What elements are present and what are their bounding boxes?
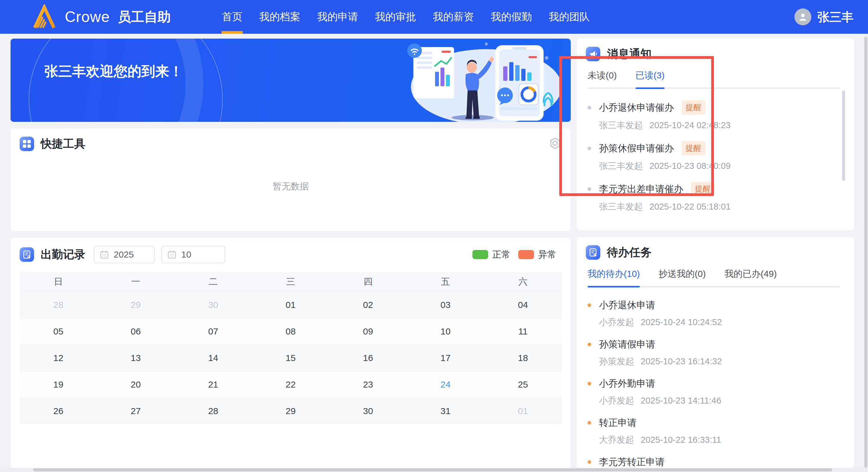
legend-normal: 正常 (472, 248, 510, 261)
tab-cc-me[interactable]: 抄送我的(0) (658, 268, 706, 288)
calendar-day[interactable]: 29 (97, 292, 175, 318)
calendar-day[interactable]: 03 (407, 292, 484, 318)
gear-icon[interactable] (549, 137, 562, 151)
vertical-scrollbar[interactable] (864, 34, 868, 472)
crowe-logo-icon (32, 4, 57, 30)
tab-read[interactable]: 已读(3) (636, 69, 665, 89)
megaphone-icon (586, 47, 600, 61)
panel-scrollbar[interactable] (842, 90, 845, 181)
calendar-day[interactable]: 31 (407, 398, 484, 424)
attendance-doc-icon (20, 247, 34, 262)
nav-item-home[interactable]: 首页 (222, 0, 242, 34)
calendar-day[interactable]: 02 (329, 292, 407, 318)
calendar-day[interactable]: 07 (175, 318, 252, 345)
weekday: 一 (97, 272, 175, 292)
calendar-day[interactable]: 01 (484, 398, 562, 424)
calendar-day[interactable]: 04 (484, 292, 562, 318)
nav-item-my-team[interactable]: 我的团队 (549, 0, 590, 34)
calendar-day[interactable]: 09 (329, 318, 407, 345)
todo-item[interactable]: 转正申请 大乔发起2025-10-22 16:33:11 (588, 416, 840, 446)
calendar-day[interactable]: 17 (407, 345, 484, 371)
todo-item[interactable]: 小乔外勤申请 小乔发起2025-10-23 14:11:46 (588, 377, 840, 407)
nav-item-my-files[interactable]: 我的档案 (259, 0, 300, 34)
brand[interactable]: Crowe 员工自助 (32, 0, 170, 34)
calendar-week: 26 27 28 29 30 31 01 (20, 398, 562, 424)
bullet-dot (588, 147, 591, 150)
brand-product: 员工自助 (118, 8, 170, 26)
messages-tabs: 未读(0) 已读(3) (588, 69, 840, 89)
normal-swatch (472, 250, 488, 259)
todo-item[interactable]: 小乔退休申请 小乔发起2025-10-24 10:24:52 (588, 299, 840, 328)
messages-card: 消息通知 未读(0) 已读(3) 小乔退休申请催办 提醒 张三丰发起2025-1… (577, 39, 854, 230)
message-item[interactable]: 李元芳出差申请催办 提醒 张三丰发起2025-10-22 05:18:01 (588, 182, 840, 213)
grid-icon (20, 137, 34, 151)
calendar-day[interactable]: 22 (252, 371, 330, 398)
calendar-day[interactable]: 01 (252, 292, 330, 318)
top-navbar: Crowe 员工自助 首页 我的档案 我的申请 我的审批 我的薪资 我的假勤 我… (0, 0, 868, 34)
year-picker[interactable]: 2025 (94, 246, 155, 263)
calendar-week: 28 29 30 01 02 03 04 (20, 292, 562, 318)
user-name: 张三丰 (817, 9, 854, 25)
calendar-day[interactable]: 28 (20, 292, 97, 318)
nav-menu: 首页 我的档案 我的申请 我的审批 我的薪资 我的假勤 我的团队 (222, 0, 590, 34)
tab-unread[interactable]: 未读(0) (588, 69, 617, 89)
user-menu[interactable]: 张三丰 (795, 0, 854, 34)
message-item[interactable]: 孙策休假申请催办 提醒 张三丰发起2025-10-23 08:40:09 (588, 141, 840, 172)
nav-item-my-approvals[interactable]: 我的审批 (375, 0, 416, 34)
nav-item-my-attendance[interactable]: 我的假勤 (491, 0, 532, 34)
calendar-day[interactable]: 14 (175, 345, 252, 371)
calendar-day[interactable]: 16 (329, 345, 407, 371)
calendar-day[interactable]: 12 (20, 345, 97, 371)
bullet-dot (588, 421, 591, 425)
calendar-day[interactable]: 30 (329, 398, 407, 424)
attendance-card: 出勤记录 2025 10 (10, 238, 571, 468)
attendance-title: 出勤记录 (41, 247, 85, 262)
calendar-day[interactable]: 20 (97, 371, 175, 398)
message-item[interactable]: 小乔退休申请催办 提醒 张三丰发起2025-10-24 02:48:23 (588, 100, 840, 131)
calendar-day[interactable]: 08 (252, 318, 330, 345)
weekday: 二 (175, 272, 252, 292)
todo-item[interactable]: 孙策请假申请 孙策发起2025-10-23 16:14:32 (588, 338, 840, 367)
welcome-title: 张三丰欢迎您的到来！ (44, 62, 183, 81)
calendar-day[interactable]: 19 (20, 371, 97, 398)
bullet-dot (588, 382, 591, 385)
todos-tabs: 我的待办(10) 抄送我的(0) 我的已办(49) (588, 268, 840, 288)
horizontal-scrollbar-thumb[interactable] (33, 468, 832, 471)
bullet-dot (588, 460, 591, 464)
nav-item-my-salary[interactable]: 我的薪资 (433, 0, 474, 34)
calendar-day[interactable]: 13 (97, 345, 175, 371)
bullet-dot (588, 106, 591, 110)
weekday: 五 (407, 272, 484, 292)
calendar-day[interactable]: 25 (484, 371, 562, 398)
reminder-badge: 提醒 (682, 141, 705, 155)
bullet-dot (588, 187, 591, 191)
tab-my-pending[interactable]: 我的待办(10) (588, 268, 640, 288)
weekday: 三 (252, 272, 330, 292)
vertical-scrollbar-thumb[interactable] (864, 37, 867, 468)
calendar-day[interactable]: 11 (484, 318, 562, 345)
calendar-day-today[interactable]: 24 (407, 371, 484, 398)
tab-my-done[interactable]: 我的已办(49) (724, 268, 777, 288)
abnormal-swatch (518, 250, 534, 259)
weekday-row: 日 一 二 三 四 五 六 (20, 272, 562, 292)
calendar-day[interactable]: 27 (97, 398, 175, 424)
weekday: 六 (484, 272, 562, 292)
horizontal-scrollbar[interactable] (0, 468, 864, 472)
month-picker[interactable]: 10 (161, 246, 225, 263)
calendar-day[interactable]: 05 (20, 318, 97, 345)
bullet-dot (588, 303, 591, 307)
calendar-day[interactable]: 21 (175, 371, 252, 398)
attendance-calendar: 日 一 二 三 四 五 六 28 29 30 01 02 (20, 272, 562, 424)
calendar-day[interactable]: 15 (252, 345, 330, 371)
calendar-day[interactable]: 30 (175, 292, 252, 318)
attendance-header: 出勤记录 2025 10 (10, 238, 571, 263)
calendar-day[interactable]: 23 (329, 371, 407, 398)
nav-item-my-applications[interactable]: 我的申请 (317, 0, 358, 34)
calendar-day[interactable]: 29 (252, 398, 330, 424)
legend-abnormal: 异常 (518, 248, 556, 261)
calendar-day[interactable]: 10 (407, 318, 484, 345)
calendar-day[interactable]: 26 (20, 398, 97, 424)
calendar-day[interactable]: 28 (175, 398, 252, 424)
calendar-day[interactable]: 06 (97, 318, 175, 345)
calendar-day[interactable]: 18 (484, 345, 562, 371)
